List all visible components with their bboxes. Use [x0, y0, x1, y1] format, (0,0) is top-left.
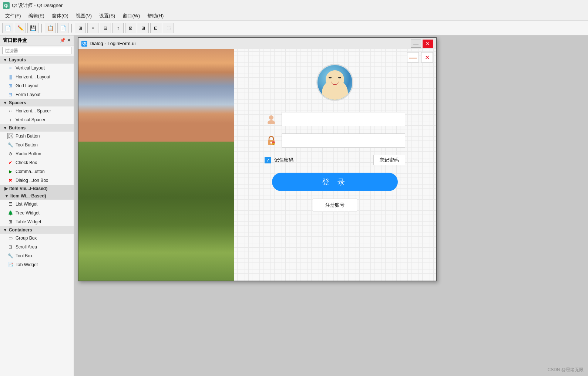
dialog-close-button[interactable]: ✕	[423, 40, 433, 48]
lock-icon: 🔒	[265, 134, 278, 147]
menu-window[interactable]: 窗口(W)	[119, 12, 144, 20]
dialog-title: Dialog - LoginForm.ui	[90, 41, 411, 46]
sidebar-close-icon[interactable]: ✕	[67, 38, 71, 43]
section-containers[interactable]: ▼ Containers	[0, 226, 74, 234]
tree-widget-icon: 🌲	[7, 210, 13, 216]
toolbar: 📄 ✏️ 💾 📋 📄 ⊞ ≡ ⊟ ↕ ⊠ ⊞ ⊡ ⬚	[0, 21, 588, 35]
section-item-view-arrow: ▶	[4, 186, 8, 191]
section-buttons-label: Buttons	[9, 125, 26, 131]
sidebar-item-tab-widget[interactable]: 📑 Tab Widget	[0, 260, 74, 269]
sidebar-item-vertical-layout[interactable]: ≡ Vertical Layout	[0, 64, 74, 72]
sidebar-item-tool-box[interactable]: 🔧 Tool Box	[0, 251, 74, 260]
remember-row: ✓ 记住密码 忘记密码	[265, 155, 405, 165]
sidebar-header-icons: 📌 ✕	[60, 38, 71, 43]
table-widget-icon: ⊞	[7, 219, 13, 225]
sidebar-item-list-widget[interactable]: ☰ List Widget	[0, 200, 74, 209]
toolbar-save[interactable]: 💾	[27, 23, 38, 33]
username-input[interactable]	[282, 112, 405, 126]
section-containers-arrow: ▼	[3, 227, 7, 233]
section-item-widget[interactable]: ▼ Item Wi...-Based)	[0, 192, 74, 200]
toolbar-btn4[interactable]: ≡	[87, 23, 98, 33]
section-spacers-arrow: ▼	[3, 100, 7, 105]
section-buttons[interactable]: ▼ Buttons	[0, 124, 74, 132]
dialog-title-bar: Qt Dialog - LoginForm.ui — ✕	[78, 38, 436, 49]
menu-file[interactable]: 文件(F)	[1, 12, 25, 20]
content-area: Qt Dialog - LoginForm.ui — ✕ — ✕	[74, 35, 588, 376]
menu-view[interactable]: 视图(V)	[72, 12, 95, 20]
toolbar-edit[interactable]: ✏️	[15, 23, 26, 33]
sidebar-item-group-box[interactable]: ▭ Group Box	[0, 234, 74, 243]
password-input[interactable]	[282, 133, 405, 148]
section-layouts[interactable]: ▼ Layouts	[0, 56, 74, 64]
toolbar-btn9[interactable]: ⊡	[150, 23, 161, 33]
sidebar-item-push-button[interactable]: OK Push Button	[0, 132, 74, 140]
dialog-window: Qt Dialog - LoginForm.ui — ✕ — ✕	[78, 37, 437, 281]
sidebar-item-dialog-button-box[interactable]: ✖ Dialog ...ton Box	[0, 176, 74, 185]
menu-bar: 文件(F) 编辑(E) 窗体(O) 视图(V) 设置(S) 窗口(W) 帮助(H…	[0, 11, 588, 21]
section-layouts-arrow: ▼	[3, 57, 7, 62]
sidebar-item-tool-button[interactable]: 🔧 Tool Button	[0, 140, 74, 149]
sidebar-item-horizontal-layout[interactable]: ||| Horizont... Layout	[0, 72, 74, 81]
horizontal-spacer-icon: ↔	[7, 108, 13, 114]
tab-widget-icon: 📑	[7, 262, 13, 268]
login-close-button[interactable]: ✕	[421, 52, 433, 62]
svg-point-0	[269, 115, 273, 120]
toolbar-btn2[interactable]: 📄	[57, 23, 68, 33]
menu-help[interactable]: 帮助(H)	[144, 12, 167, 20]
sidebar-item-check-box[interactable]: ✔ Check Box	[0, 158, 74, 167]
svg-text:🔒: 🔒	[272, 141, 275, 145]
toolbar-btn6[interactable]: ↕	[112, 23, 124, 33]
toolbar-btn10[interactable]: ⬚	[163, 23, 174, 33]
sidebar-item-tree-widget[interactable]: 🌲 Tree Widget	[0, 209, 74, 217]
push-button-icon: OK	[7, 133, 13, 139]
menu-settings[interactable]: 设置(S)	[95, 12, 119, 20]
sidebar-item-radio-button[interactable]: ⊙ Radio Button	[0, 149, 74, 158]
toolbar-btn1[interactable]: 📋	[45, 23, 56, 33]
sidebar-item-command-button[interactable]: ▶ Comma...utton	[0, 167, 74, 176]
toolbar-new[interactable]: 📄	[2, 23, 13, 33]
menu-form[interactable]: 窗体(O)	[48, 12, 72, 20]
toolbar-btn3[interactable]: ⊞	[75, 23, 86, 33]
section-spacers[interactable]: ▼ Spacers	[0, 99, 74, 106]
tool-box-icon: 🔧	[7, 253, 13, 259]
sidebar-item-scroll-area[interactable]: ⊡ Scroll Area	[0, 243, 74, 251]
section-layouts-label: Layouts	[9, 57, 26, 62]
sidebar-pin-icon[interactable]: 📌	[60, 38, 65, 43]
toolbar-btn7[interactable]: ⊠	[125, 23, 136, 33]
section-item-widget-arrow: ▼	[4, 193, 9, 199]
sidebar-item-table-widget[interactable]: ⊞ Table Widget	[0, 217, 74, 226]
sidebar-item-grid-layout[interactable]: ⊞ Grid Layout	[0, 81, 74, 90]
list-widget-icon: ☰	[7, 201, 13, 207]
sidebar-header: 窗口部件盒 📌 ✕	[0, 35, 74, 45]
menu-edit[interactable]: 编辑(E)	[25, 12, 48, 20]
app-title: Qt 设计师 - Qt Designer	[12, 2, 63, 9]
watermark: CSDN @思绪无限	[547, 367, 584, 373]
remember-label: 记住密码	[274, 157, 293, 163]
sidebar-item-horizontal-spacer[interactable]: ↔ Horizont... Spacer	[0, 106, 74, 115]
sidebar: 窗口部件盒 📌 ✕ ▼ Layouts ≡ Vertical Layout ||…	[0, 35, 74, 376]
toolbar-btn8[interactable]: ⊞	[138, 23, 149, 33]
sidebar-item-vertical-spacer[interactable]: ↕ Vertical Spacer	[0, 115, 74, 124]
section-item-view-label: Item Vie...l-Based)	[9, 186, 47, 191]
login-button[interactable]: 登 录	[272, 173, 398, 191]
avatar-image	[317, 65, 352, 100]
remember-checkbox[interactable]: ✓	[265, 157, 271, 163]
toolbar-btn5[interactable]: ⊟	[100, 23, 111, 33]
sidebar-filter-input[interactable]	[2, 47, 71, 54]
grid-layout-icon: ⊞	[7, 83, 13, 89]
vertical-spacer-icon: ↕	[7, 117, 13, 123]
login-minimize-button[interactable]: —	[407, 52, 419, 62]
dialog-minimize-button[interactable]: —	[411, 40, 421, 48]
section-item-widget-label: Item Wi...-Based)	[10, 193, 46, 199]
main-area: 窗口部件盒 📌 ✕ ▼ Layouts ≡ Vertical Layout ||…	[0, 35, 588, 376]
dialog-button-icon: ✖	[7, 177, 13, 183]
dialog-image-panel	[78, 49, 234, 281]
register-button[interactable]: 注册账号	[313, 199, 357, 212]
group-box-icon: ▭	[7, 235, 13, 241]
forgot-password-button[interactable]: 忘记密码	[373, 155, 405, 165]
horizontal-layout-icon: |||	[7, 74, 13, 80]
sidebar-item-form-layout[interactable]: ⊟ Form Layout	[0, 90, 74, 99]
section-item-view[interactable]: ▶ Item Vie...l-Based)	[0, 185, 74, 192]
command-button-icon: ▶	[7, 169, 13, 175]
sidebar-filter-area	[0, 45, 74, 56]
